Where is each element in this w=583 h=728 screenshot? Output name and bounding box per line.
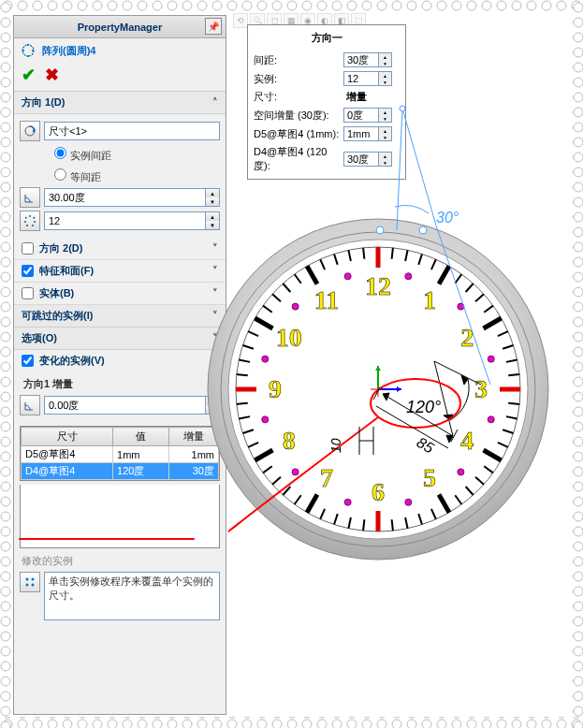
svg-text:2: 2 — [460, 323, 474, 352]
feat-face-title: 特征和面(F) — [39, 264, 94, 278]
circular-pattern-icon — [20, 42, 36, 59]
section-dir1-head[interactable]: 方向 1(D) ˄ — [14, 92, 226, 114]
increment-angle-icon — [20, 395, 40, 415]
float-title: 方向一 — [248, 29, 405, 51]
svg-line-42 — [508, 374, 519, 375]
svg-point-16 — [32, 225, 34, 226]
svg-text:12: 12 — [365, 271, 391, 300]
dir2-checkbox[interactable] — [22, 242, 34, 255]
clock-drawing: 121234567891011 — [191, 202, 565, 576]
float-input[interactable] — [343, 108, 379, 123]
axis-icon[interactable] — [20, 121, 40, 141]
float-label: 空间增量 (30度): — [254, 109, 343, 123]
count-input[interactable] — [44, 211, 205, 230]
th-val: 值 — [113, 428, 169, 446]
cancel-button[interactable]: ✖ — [45, 65, 59, 85]
axis-input[interactable] — [44, 122, 220, 140]
float-input[interactable] — [343, 126, 379, 141]
float-row: D4@草图4 (120度):▲▼ — [248, 143, 405, 175]
section-dir1-title: 方向 1(D) — [22, 95, 65, 109]
svg-point-107 — [292, 469, 299, 475]
tool-icon[interactable]: ⟲ — [233, 13, 248, 28]
svg-point-17 — [26, 225, 28, 226]
float-row: 实例:▲▼ — [248, 69, 405, 88]
svg-point-104 — [458, 469, 464, 475]
svg-line-44 — [508, 403, 519, 404]
svg-line-74 — [237, 374, 248, 375]
angle-input[interactable] — [44, 188, 205, 207]
svg-point-111 — [344, 273, 351, 280]
float-label: 间距: — [254, 53, 343, 67]
float-static: 增量 — [343, 90, 370, 104]
ok-button[interactable]: ✔ — [22, 65, 36, 85]
modify-instances-icon[interactable] — [20, 572, 40, 592]
th-dim: 尺寸 — [22, 428, 113, 446]
radio-equal-spacing[interactable]: 等间距 — [50, 166, 220, 184]
svg-rect-3 — [0, 717, 583, 728]
options-title: 选项(O) — [22, 331, 57, 345]
pin-button[interactable]: 📌 — [205, 18, 222, 35]
count-icon — [20, 211, 40, 231]
float-input[interactable] — [343, 71, 379, 86]
svg-point-14 — [33, 217, 35, 219]
annotation-underline — [19, 538, 195, 540]
vary-checkbox[interactable] — [22, 355, 34, 367]
chevron-up-icon[interactable]: ˄ — [212, 96, 218, 109]
svg-point-18 — [24, 221, 26, 223]
svg-text:7: 7 — [320, 463, 333, 492]
svg-line-87 — [363, 248, 364, 259]
spacing-radio-group: 实例间距 等间距 — [50, 144, 220, 184]
svg-point-100 — [405, 273, 412, 280]
svg-text:9: 9 — [269, 374, 282, 403]
svg-line-29 — [392, 248, 393, 259]
feature-title-row: 阵列(圆周)4 — [14, 38, 226, 63]
radio-instance-spacing[interactable]: 实例间距 — [50, 144, 220, 163]
svg-point-13 — [29, 215, 31, 217]
float-spinner[interactable]: ▲▼ — [379, 71, 392, 86]
increment-input[interactable] — [44, 396, 205, 415]
svg-point-7 — [27, 44, 29, 46]
feat-face-checkbox[interactable] — [22, 265, 34, 277]
float-input[interactable] — [343, 152, 379, 167]
graphics-viewport[interactable]: ⟲ 🔍 ◻ ▦ ◉ ◐ ◧ ⬚ 方向一 间距:▲▼实例:▲▼尺寸:增量空间增量 … — [228, 15, 570, 715]
float-spinner[interactable]: ▲▼ — [379, 108, 392, 123]
float-label: D4@草图4 (120度): — [254, 145, 343, 173]
float-spinner[interactable]: ▲▼ — [379, 152, 392, 167]
float-spinner[interactable]: ▲▼ — [379, 52, 392, 67]
bodies-checkbox[interactable] — [22, 287, 34, 299]
svg-point-110 — [292, 303, 299, 310]
table-row[interactable]: D4@草图4 120度 30度 — [22, 463, 219, 480]
svg-point-105 — [405, 499, 412, 505]
float-label: 实例: — [254, 72, 343, 86]
svg-rect-2 — [0, 0, 583, 11]
confirm-row: ✔ ✖ — [14, 63, 226, 92]
svg-point-20 — [26, 578, 29, 581]
svg-point-106 — [344, 499, 351, 505]
svg-point-102 — [488, 356, 494, 362]
modify-text: 单击实例修改程序来覆盖单个实例的尺寸。 — [44, 572, 220, 620]
modify-box: 单击实例修改程序来覆盖单个实例的尺寸。 — [20, 572, 220, 620]
vary-table[interactable]: 尺寸 值 增量 D5@草图4 1mm 1mm D4@草图4 120度 30度 — [20, 426, 220, 481]
svg-point-10 — [22, 50, 24, 51]
svg-text:5: 5 — [423, 463, 436, 492]
svg-point-108 — [262, 416, 269, 423]
svg-point-8 — [32, 50, 34, 51]
float-panel[interactable]: 方向一 间距:▲▼实例:▲▼尺寸:增量空间增量 (30度):▲▼D5@草图4 (… — [247, 24, 406, 180]
svg-text:11: 11 — [314, 285, 339, 314]
float-row: D5@草图4 (1mm):▲▼ — [248, 124, 405, 143]
float-label: 尺寸: — [254, 90, 343, 104]
svg-rect-4 — [0, 0, 11, 728]
panel-header: PropertyManager 📌 — [14, 16, 226, 38]
svg-line-59 — [363, 519, 364, 531]
float-row: 尺寸:增量 — [248, 88, 405, 106]
table-row[interactable]: D5@草图4 1mm 1mm — [22, 446, 219, 463]
svg-point-103 — [488, 416, 494, 423]
float-input[interactable] — [343, 52, 379, 67]
bodies-title: 实体(B) — [39, 286, 74, 300]
feature-name: 阵列(圆周)4 — [42, 44, 95, 58]
float-spinner[interactable]: ▲▼ — [379, 126, 392, 141]
vary-title: 变化的实例(V) — [39, 354, 105, 368]
svg-point-15 — [34, 221, 36, 223]
svg-rect-5 — [572, 0, 583, 728]
svg-text:6: 6 — [372, 477, 385, 506]
